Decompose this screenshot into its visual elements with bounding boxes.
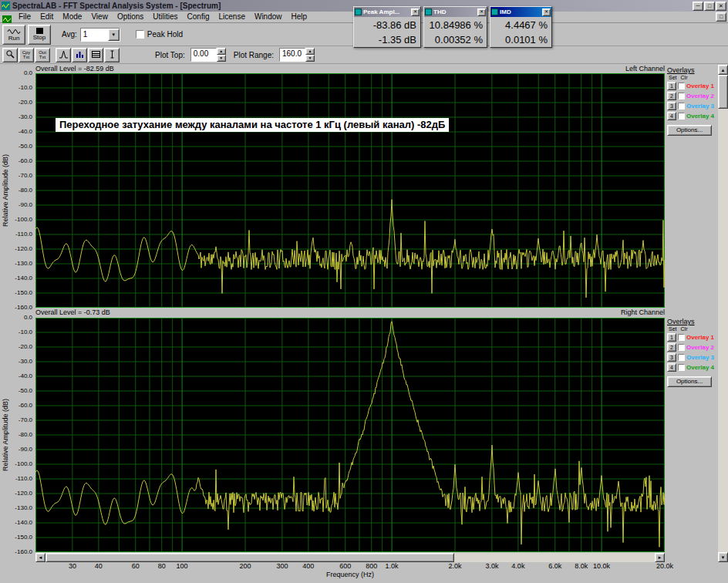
overlay-2-label: Overlay 2: [686, 344, 714, 351]
x-tick-label: 60: [132, 562, 140, 570]
bar-display-button[interactable]: [72, 48, 87, 62]
plot-toolbar-buttons: CpyTxtOutTxt: [2, 48, 120, 62]
y-tick-label: -70.0: [0, 416, 32, 423]
panel-title-bar[interactable]: THD✕: [424, 7, 487, 17]
right-overlays-panel: OverlaysSetClr1Overlay 12Overlay 23Overl…: [667, 318, 718, 387]
overlay-4-set-button[interactable]: 4: [667, 112, 676, 120]
marker-button[interactable]: [104, 48, 120, 62]
x-tick-label: 3.0k: [485, 562, 498, 570]
close-icon[interactable]: ✕: [411, 8, 420, 16]
zoom-button[interactable]: [2, 48, 18, 62]
overlay-row: 4Overlay 4: [667, 362, 718, 372]
peak-hold-checkbox[interactable]: [136, 30, 144, 39]
copy-text-button[interactable]: CpyTxt: [19, 48, 34, 62]
out-text-button[interactable]: OutTxt: [35, 48, 50, 62]
overlay-2-clear-checkbox[interactable]: [678, 93, 685, 99]
y-tick-label: -20.0: [0, 99, 32, 106]
y-tick-label: -20.0: [0, 343, 32, 350]
spin-up-icon[interactable]: ▲: [217, 48, 226, 55]
horizontal-scrollbar[interactable]: ◄ ►: [35, 553, 665, 562]
y-tick-label: -100.0: [0, 216, 32, 223]
mdi-restore-button[interactable]: □: [716, 12, 726, 22]
table-icon: [91, 49, 101, 60]
overlay-2-clear-checkbox[interactable]: [678, 344, 685, 351]
run-label: Run: [8, 35, 20, 42]
data-table-button[interactable]: [88, 48, 103, 62]
overlay-3-set-button[interactable]: 3: [667, 353, 676, 362]
spin-down-icon[interactable]: ▼: [305, 55, 315, 62]
overlay-3-clear-checkbox[interactable]: [678, 354, 685, 361]
plot-range-spin-buttons: ▲ ▼: [305, 48, 315, 62]
panel-title-bar[interactable]: IMD✕: [490, 7, 551, 17]
options-button[interactable]: Options...: [667, 125, 712, 136]
y-tick-label: -30.0: [0, 358, 32, 365]
y-tick-label: -140.0: [0, 275, 32, 281]
plot-range-spinner[interactable]: 160.0 ▲ ▼: [279, 48, 315, 62]
x-tick-label: 1.0k: [386, 562, 399, 570]
menu-item-license[interactable]: License: [214, 12, 249, 22]
plot-top-spinner[interactable]: 0.00 ▲ ▼: [190, 48, 226, 62]
options-button[interactable]: Options...: [667, 376, 712, 387]
menu-item-file[interactable]: File: [14, 12, 35, 22]
spin-down-icon[interactable]: ▼: [217, 55, 226, 62]
scroll-right-icon[interactable]: ►: [655, 553, 665, 562]
stop-button[interactable]: Stop: [28, 25, 51, 45]
left-channel-spectrum-plot[interactable]: [35, 73, 665, 308]
y-tick-label: -70.0: [0, 172, 32, 179]
x-tick-label: 10.0k: [593, 562, 610, 570]
set-column-label: Set: [669, 326, 677, 332]
right-channel-spectrum-plot[interactable]: [35, 318, 665, 552]
minimize-button[interactable]: ─: [693, 2, 703, 11]
y-tick-label: 0.0: [0, 69, 32, 76]
overlay-row: 3Overlay 3: [667, 352, 718, 362]
x-tick-labels: 304060801002003004006008001.0k2.0k3.0k4.…: [0, 562, 728, 570]
x-tick-label: 400: [302, 562, 314, 570]
vertical-scroll-thumb[interactable]: [718, 75, 728, 109]
overlay-4-label: Overlay 4: [686, 364, 714, 371]
scroll-left-icon[interactable]: ◄: [35, 553, 46, 562]
peak-curve-button[interactable]: [56, 48, 71, 62]
overlay-1-clear-checkbox[interactable]: [678, 83, 685, 89]
menu-item-config[interactable]: Config: [183, 12, 214, 22]
menu-item-edit[interactable]: Edit: [35, 12, 58, 22]
overlay-3-clear-checkbox[interactable]: [678, 103, 685, 110]
menu-item-options[interactable]: Options: [113, 12, 148, 22]
close-icon[interactable]: ✕: [542, 8, 551, 16]
vertical-scrollbar[interactable]: ▲ ▼: [718, 65, 728, 562]
run-button[interactable]: Run: [2, 25, 25, 45]
y-tick-label: -40.0: [0, 128, 32, 135]
close-button[interactable]: ✕: [716, 2, 726, 11]
overlay-row: 4Overlay 4: [667, 111, 718, 121]
scroll-up-icon[interactable]: ▲: [718, 65, 728, 75]
overlay-1-set-button[interactable]: 1: [667, 333, 676, 342]
panel-title-bar[interactable]: Peak Ampl...✕: [354, 7, 420, 17]
overlay-3-set-button[interactable]: 3: [667, 102, 676, 110]
overlay-1-clear-checkbox[interactable]: [678, 334, 685, 341]
x-tick-label: 100: [177, 562, 188, 570]
y-tick-label: -160.0: [0, 548, 32, 555]
overlay-4-set-button[interactable]: 4: [667, 363, 676, 372]
overlay-2-set-button[interactable]: 2: [667, 343, 676, 352]
plot-toolbar: CpyTxtOutTxt Plot Top: 0.00 ▲ ▼ Plot Ran…: [0, 46, 728, 64]
menu-item-help[interactable]: Help: [287, 12, 312, 22]
menu-item-utilities[interactable]: Utilities: [148, 12, 182, 22]
overlay-1-label: Overlay 1: [686, 83, 714, 89]
menu-item-view[interactable]: View: [86, 12, 113, 22]
scroll-down-icon[interactable]: ▼: [718, 552, 728, 562]
spin-up-icon[interactable]: ▲: [305, 48, 315, 55]
avg-dropdown[interactable]: 1 ▼: [80, 28, 120, 42]
dropdown-arrow-icon[interactable]: ▼: [108, 29, 120, 41]
horizontal-scroll-thumb[interactable]: [46, 553, 454, 562]
maximize-button[interactable]: □: [704, 2, 715, 11]
overlay-4-clear-checkbox[interactable]: [678, 364, 685, 371]
close-icon[interactable]: ✕: [477, 8, 486, 16]
overlay-1-set-button[interactable]: 1: [667, 82, 676, 90]
measurement-panel: Peak Ampl...✕-83.86 dB-1.35 dB: [353, 6, 421, 48]
plot-range-value: 160.0: [279, 48, 305, 62]
overlay-2-set-button[interactable]: 2: [667, 92, 676, 100]
panel-title: IMD: [500, 8, 541, 15]
menu-item-mode[interactable]: Mode: [58, 12, 86, 22]
y-tick-label: -100.0: [0, 460, 32, 467]
overlay-4-clear-checkbox[interactable]: [678, 113, 685, 120]
menu-item-window[interactable]: Window: [250, 12, 287, 22]
